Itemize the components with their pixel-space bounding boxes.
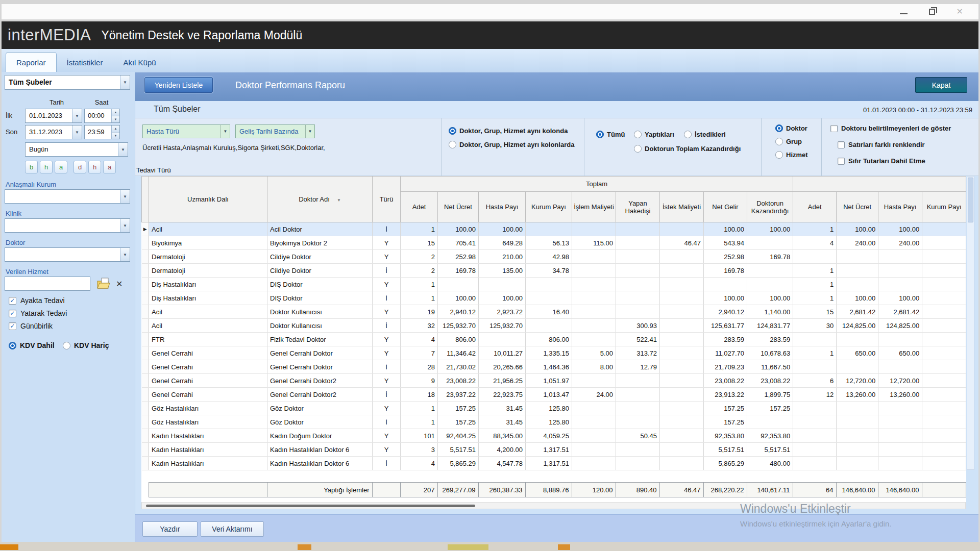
radio-icon[interactable] bbox=[634, 145, 642, 153]
column-header[interactable]: İstek Maliyeti bbox=[660, 192, 704, 222]
table-row[interactable]: DermatolojiCildiye Doktorİ2169.78135.003… bbox=[142, 264, 966, 278]
column-header[interactable]: Net Ücret bbox=[438, 192, 479, 222]
column-header[interactable]: Adet bbox=[793, 192, 837, 222]
radio-icon[interactable] bbox=[9, 342, 16, 349]
radio-hizmet[interactable]: Hizmet bbox=[775, 151, 808, 159]
chevron-down-icon[interactable]: ▼ bbox=[118, 143, 128, 156]
date-preset-select[interactable]: Bugün ▼ bbox=[25, 142, 128, 157]
quick-range-button-h-4[interactable]: h bbox=[88, 161, 101, 173]
table-row[interactable]: AcilDoktor KullanıcısıY192,940.122,923.7… bbox=[142, 305, 966, 319]
sort-icon[interactable]: ▼ bbox=[337, 198, 341, 203]
table-row[interactable]: Göz HastalıklarıGöz Doktorİ1157.2531.451… bbox=[142, 415, 966, 429]
verilen-hizmet-input[interactable] bbox=[5, 277, 90, 291]
radio-icon[interactable] bbox=[775, 151, 783, 159]
radio-icon[interactable] bbox=[775, 138, 783, 145]
column-header[interactable]: İşlem Maliyeti bbox=[572, 192, 616, 222]
close-report-button[interactable]: Kapat bbox=[915, 77, 967, 93]
radio-yaptiklari[interactable]: Yaptıkları bbox=[634, 131, 674, 138]
radio-istedikleri[interactable]: İstedikleri bbox=[684, 131, 726, 138]
radio-icon[interactable] bbox=[596, 131, 604, 138]
radio-icon[interactable] bbox=[634, 131, 642, 138]
radio-doktorun-toplam[interactable]: Doktorun Toplam Kazandırdığı bbox=[634, 145, 741, 153]
quick-range-button-b-0[interactable]: b bbox=[25, 161, 38, 173]
table-row[interactable]: FTRFizik Tedavi DoktorY4806.00806.00522.… bbox=[142, 333, 966, 346]
table-row[interactable]: Kadın HastalıklarıKadın Doğum DoktorY101… bbox=[142, 429, 966, 443]
clear-icon[interactable]: ✕ bbox=[116, 279, 122, 289]
checkbox-gunubirlik[interactable]: ✓ Günübirlik bbox=[9, 322, 53, 330]
vscroll-thumb[interactable] bbox=[968, 178, 973, 222]
quick-range-button-h-1[interactable]: h bbox=[40, 161, 53, 173]
column-header[interactable]: Hasta Payı bbox=[878, 192, 922, 222]
radio-icon[interactable] bbox=[449, 127, 456, 135]
radio-icon[interactable] bbox=[63, 342, 70, 349]
checkbox-doktoru-belirtilmeyenler[interactable]: Doktoru belirtilmeyenleri de göster bbox=[830, 124, 951, 132]
gelis-tarihi-select[interactable]: Geliş Tarihi Bazında ▼ bbox=[235, 124, 315, 138]
print-button[interactable]: Yazdır bbox=[142, 521, 198, 537]
checkbox-icon[interactable] bbox=[830, 125, 838, 132]
radio-separate-columns[interactable]: Doktor, Grup, Hizmet ayrı kolonlarda bbox=[449, 141, 574, 148]
relist-button[interactable]: Yeniden Listele bbox=[144, 77, 213, 93]
radio-icon[interactable] bbox=[449, 141, 456, 148]
tab-raporlar[interactable]: Raporlar bbox=[6, 52, 57, 72]
spin-up-icon[interactable]: ▲ bbox=[112, 109, 119, 116]
table-row[interactable]: Genel CerrahiGenel Cerrahi Doktor2Y923,0… bbox=[142, 374, 966, 388]
checkbox-yatarak-tedavi[interactable]: ✓ Yatarak Tedavi bbox=[9, 309, 67, 317]
spin-down-icon[interactable]: ▼ bbox=[112, 116, 119, 123]
radio-kdv-haric[interactable]: KDV Hariç bbox=[63, 341, 109, 349]
anlasmali-kurum-select[interactable]: ▼ bbox=[5, 189, 130, 204]
radio-kdv-dahil[interactable]: KDV Dahil bbox=[9, 341, 55, 349]
table-row[interactable]: Kadın HastalıklarıKadın Hastalıkları Dok… bbox=[142, 457, 966, 470]
column-header-turu[interactable]: Türü bbox=[373, 177, 401, 222]
checkbox-icon[interactable] bbox=[838, 141, 845, 148]
branch-select[interactable]: Tüm Şubeler ▼ bbox=[5, 75, 130, 90]
tab-akil-kupu[interactable]: Akıl Küpü bbox=[113, 53, 166, 72]
quick-range-button-a-5[interactable]: a bbox=[103, 161, 116, 173]
chevron-down-icon[interactable]: ▼ bbox=[120, 248, 130, 261]
table-row[interactable]: Diş HastalıklarıDIŞ Doktorİ1100.00100.00… bbox=[142, 291, 966, 305]
hasta-turu-select[interactable]: Hasta Türü ▼ bbox=[142, 124, 230, 138]
spin-down-icon[interactable]: ▼ bbox=[112, 133, 119, 139]
column-header[interactable]: Hasta Payı bbox=[479, 192, 526, 222]
spin-up-icon[interactable]: ▲ bbox=[112, 126, 119, 133]
checkbox-satirlari-renklendir[interactable]: Satırları farklı renklendir bbox=[838, 141, 925, 148]
time-spinner[interactable]: ▲▼ bbox=[111, 109, 119, 122]
checkbox-icon[interactable]: ✓ bbox=[9, 310, 16, 317]
radio-same-column[interactable]: Doktor, Grup, Hizmet aynı kolonda bbox=[449, 127, 568, 135]
checkbox-icon[interactable]: ✓ bbox=[9, 322, 16, 330]
chevron-down-icon[interactable]: ▼ bbox=[220, 125, 230, 138]
export-button[interactable]: Veri Aktarımı bbox=[201, 521, 264, 537]
folder-browse-icon[interactable] bbox=[96, 277, 111, 290]
radio-grup[interactable]: Grup bbox=[775, 138, 802, 145]
column-header[interactable]: Kurum Payı bbox=[922, 192, 966, 222]
hscroll-thumb[interactable] bbox=[146, 505, 475, 507]
radio-icon[interactable] bbox=[684, 131, 692, 138]
chevron-down-icon[interactable]: ▼ bbox=[72, 126, 82, 139]
column-header-doktor-adi[interactable]: Doktor Adı▼ bbox=[267, 177, 373, 222]
radio-doktor[interactable]: Doktor bbox=[775, 124, 807, 132]
time-spinner[interactable]: ▲▼ bbox=[111, 126, 119, 139]
column-header[interactable]: Adet bbox=[401, 192, 438, 222]
chevron-down-icon[interactable]: ▼ bbox=[72, 109, 82, 122]
table-row[interactable]: BiyokimyaBiyokimya Doktor 2Y15705.41649.… bbox=[142, 236, 966, 250]
checkbox-icon[interactable] bbox=[838, 158, 845, 165]
column-header[interactable]: Net Gelir bbox=[704, 192, 747, 222]
chevron-down-icon[interactable]: ▼ bbox=[305, 125, 314, 138]
radio-icon[interactable] bbox=[775, 124, 783, 132]
last-time-input[interactable]: 23:59 ▲▼ bbox=[84, 125, 120, 139]
table-row[interactable]: Göz HastalıklarıGöz DoktorY1157.2531.451… bbox=[142, 402, 966, 415]
chevron-down-icon[interactable]: ▼ bbox=[120, 219, 130, 232]
table-row[interactable]: Genel CerrahiGenel Cerrahi Doktorİ2821,7… bbox=[142, 360, 966, 374]
first-date-input[interactable]: 01.01.2023 ▼ bbox=[25, 109, 82, 123]
minimize-icon[interactable] bbox=[900, 13, 908, 14]
close-icon[interactable]: ✕ bbox=[957, 8, 963, 16]
column-header[interactable]: Net Ücret bbox=[837, 192, 878, 222]
tab-istatistikler[interactable]: İstatistikler bbox=[57, 53, 113, 72]
table-row[interactable]: Genel CerrahiGenel Cerrahi DoktorY711,34… bbox=[142, 346, 966, 360]
klinik-select[interactable]: ▼ bbox=[5, 218, 130, 233]
quick-range-button-a-2[interactable]: a bbox=[55, 161, 67, 173]
radio-tumu[interactable]: Tümü bbox=[596, 131, 625, 138]
table-row[interactable]: ▶AcilAcil Doktorİ1100.00100.00100.00100.… bbox=[142, 222, 966, 236]
restore-icon[interactable] bbox=[929, 9, 935, 15]
column-header[interactable]: Kurum Payı bbox=[526, 192, 572, 222]
column-header-uzmanlik-dali[interactable]: Uzmanlık Dalı bbox=[149, 177, 267, 222]
